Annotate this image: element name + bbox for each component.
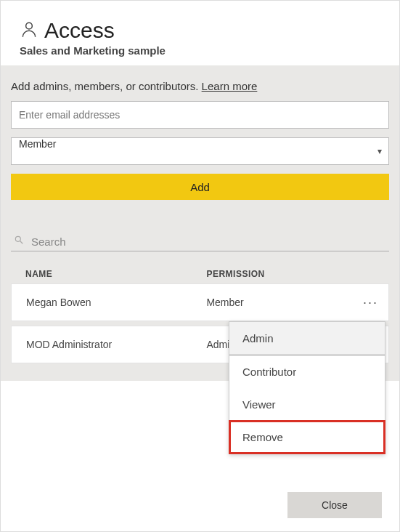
more-options-icon[interactable]: ... — [363, 298, 378, 306]
members-table: NAME PERMISSION Megan Bowen Member ... A… — [11, 265, 389, 363]
search-row — [11, 232, 389, 251]
role-select-wrap: Member ▾ — [11, 137, 389, 165]
menu-item-contributor[interactable]: Contributor — [229, 355, 385, 388]
instruction-text: Add admins, members, or contributors. Le… — [11, 80, 389, 92]
role-select[interactable]: Member — [11, 137, 389, 165]
add-button[interactable]: Add — [11, 174, 389, 200]
menu-item-viewer[interactable]: Viewer — [229, 388, 385, 421]
access-body: Add admins, members, or contributors. Le… — [1, 65, 399, 381]
cell-name: Megan Bowen — [12, 297, 206, 308]
footer: Close — [1, 479, 399, 531]
title-row: Access — [20, 18, 380, 43]
cell-name: MOD Administrator — [12, 339, 206, 350]
search-input[interactable] — [31, 235, 386, 248]
search-icon — [14, 235, 24, 248]
col-header-permission: PERMISSION — [206, 269, 389, 279]
svg-line-2 — [20, 241, 23, 244]
svg-point-1 — [15, 236, 20, 241]
instruction-main: Add admins, members, or contributors. — [11, 80, 198, 92]
person-icon — [20, 18, 38, 43]
table-row: Megan Bowen Member ... Admin Contributor… — [11, 283, 389, 321]
permission-value: Member — [206, 297, 243, 308]
page-title: Access — [44, 18, 115, 43]
context-menu: Admin Contributor Viewer Remove — [229, 321, 385, 454]
learn-more-link[interactable]: Learn more — [202, 80, 258, 92]
cell-permission: Member ... Admin Contributor Viewer Remo… — [206, 297, 388, 308]
col-header-name: NAME — [11, 269, 206, 279]
table-header: NAME PERMISSION — [11, 265, 389, 283]
svg-point-0 — [26, 23, 33, 29]
menu-item-admin[interactable]: Admin — [229, 322, 385, 355]
email-input[interactable] — [11, 101, 389, 129]
page-subtitle: Sales and Marketing sample — [20, 44, 380, 57]
close-button[interactable]: Close — [287, 492, 382, 518]
menu-item-remove[interactable]: Remove — [229, 421, 385, 454]
header: Access Sales and Marketing sample — [1, 1, 399, 65]
